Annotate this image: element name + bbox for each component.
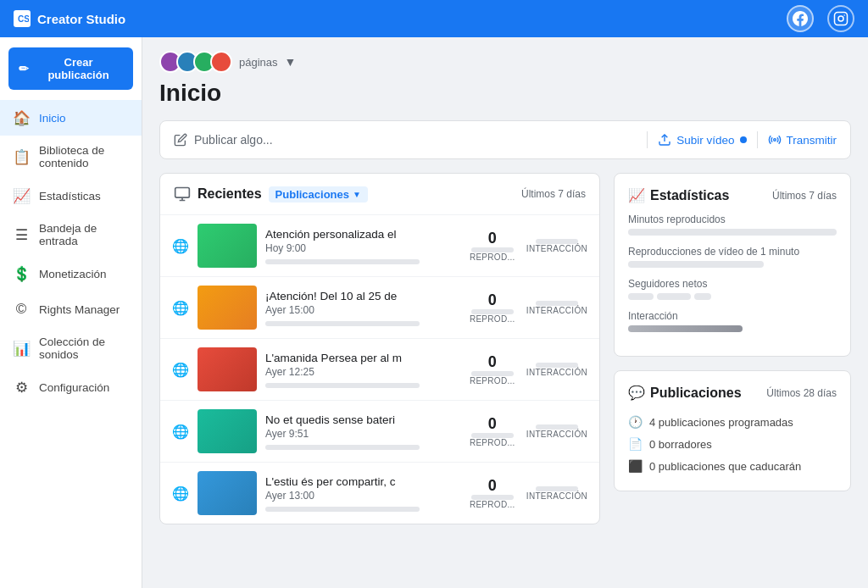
interaccion-label: INTERACCIÓN xyxy=(526,368,587,377)
post-stat-interaccion: INTERACCIÓN xyxy=(526,363,587,377)
sidebar: ✏ Crear publicación 🏠 Inicio 📋 Bibliotec… xyxy=(0,37,142,588)
layout: ✏ Crear publicación 🏠 Inicio 📋 Bibliotec… xyxy=(0,37,868,588)
globe-icon: 🌐 xyxy=(172,362,189,378)
post-bar xyxy=(265,321,420,326)
post-title: L'amanida Persea per al m xyxy=(265,352,435,364)
transmit-btn[interactable]: Transmitir xyxy=(768,133,837,147)
divider2 xyxy=(757,131,758,148)
reprod-num: 0 xyxy=(488,230,497,247)
posts-panel: Recientes Publicaciones ▼ Últimos 7 días… xyxy=(159,173,600,524)
post-thumbnail xyxy=(198,409,257,453)
list-item: ⬛ 0 publicaciones que caducarán xyxy=(628,455,837,477)
sidebar-item-rights[interactable]: © Rights Manager xyxy=(0,291,142,327)
sidebar-item-bandeja[interactable]: ☰ Bandeja de entrada xyxy=(0,214,142,256)
sidebar-item-monetizacion[interactable]: 💲 Monetización xyxy=(0,256,142,291)
content-grid: Recientes Publicaciones ▼ Últimos 7 días… xyxy=(159,173,851,524)
top-nav-right xyxy=(787,5,854,32)
post-thumbnail xyxy=(198,347,257,391)
sidebar-label-biblioteca: Biblioteca de contenido xyxy=(39,144,130,169)
chevron-down-icon: ▼ xyxy=(353,190,361,199)
post-stat-reprod: 0 REPROD... xyxy=(467,477,518,509)
upload-icon xyxy=(658,133,671,147)
publish-bar: Publicar algo... Subir vídeo xyxy=(159,120,851,159)
upload-video-btn[interactable]: Subir vídeo xyxy=(658,133,746,147)
upload-label: Subir vídeo xyxy=(676,134,734,147)
globe-icon: 🌐 xyxy=(172,424,189,440)
sidebar-item-biblioteca[interactable]: 📋 Biblioteca de contenido xyxy=(0,136,142,178)
publish-placeholder[interactable]: Publicar algo... xyxy=(174,133,647,147)
table-row[interactable]: 🌐 L'amanida Persea per al m Ayer 12:25 0 xyxy=(160,339,599,401)
post-title: ¡Atención! Del 10 al 25 de xyxy=(265,290,435,302)
interaccion-label: INTERACCIÓN xyxy=(526,491,587,501)
interaccion-label: INTERACCIÓN xyxy=(526,244,587,253)
post-stat-interaccion: INTERACCIÓN xyxy=(526,486,587,501)
facebook-nav-btn[interactable] xyxy=(787,5,814,32)
transmit-icon xyxy=(768,133,782,147)
post-stat-interaccion: INTERACCIÓN xyxy=(526,301,587,315)
post-info: No et quedis sense bateri Ayer 9:51 xyxy=(265,413,459,450)
pages-label: páginas xyxy=(239,56,278,69)
post-time: Hoy 9:00 xyxy=(265,242,459,254)
sidebar-item-coleccion[interactable]: 📊 Colección de sonidos xyxy=(0,327,142,369)
table-row[interactable]: 🌐 L'estiu és per compartir, c Ayer 13:00… xyxy=(160,463,599,524)
edit-placeholder-icon xyxy=(174,133,187,147)
pages-selector[interactable]: páginas ▼ xyxy=(159,51,851,73)
post-time: Ayer 12:25 xyxy=(265,366,459,378)
reprod-label: REPROD... xyxy=(470,252,515,262)
post-stat-reprod: 0 REPROD... xyxy=(467,415,518,447)
pubs-card-header: 💬 Publicaciones Últimos 28 días xyxy=(628,385,837,401)
draft-icon: 📄 xyxy=(628,437,643,451)
table-row[interactable]: 🌐 Atención personalizada el Hoy 9:00 0 xyxy=(160,215,599,277)
transmit-label: Transmitir xyxy=(787,134,837,147)
interaccion-label: INTERACCIÓN xyxy=(526,306,587,315)
publicaciones-badge[interactable]: Publicaciones ▼ xyxy=(269,186,368,202)
post-stat-reprod: 0 REPROD... xyxy=(467,353,518,386)
top-nav-left: CS Creator Studio xyxy=(14,10,125,27)
sidebar-item-inicio[interactable]: 🏠 Inicio xyxy=(0,100,142,136)
app-title: Creator Studio xyxy=(37,12,125,26)
pubs-item-text: 4 publicaciones programadas xyxy=(649,416,793,429)
svg-rect-7 xyxy=(175,188,190,198)
table-row[interactable]: 🌐 No et quedis sense bateri Ayer 9:51 0 xyxy=(160,401,599,463)
reprod-label: REPROD... xyxy=(470,314,515,324)
divider xyxy=(647,131,648,148)
post-bar xyxy=(265,445,420,450)
right-panel: 📈 Estadísticas Últimos 7 días Minutos re… xyxy=(614,173,851,524)
stat-bar xyxy=(628,325,743,332)
expire-icon: ⬛ xyxy=(628,459,643,473)
interaccion-label: INTERACCIÓN xyxy=(526,430,587,439)
sidebar-item-configuracion[interactable]: ⚙ Configuración xyxy=(0,369,142,405)
pubs-title: 💬 Publicaciones xyxy=(628,385,742,401)
post-thumbnail xyxy=(198,471,257,515)
instagram-nav-btn[interactable] xyxy=(827,5,854,32)
stat-row-interaccion: Interacción xyxy=(628,310,837,332)
stats-icon: 📈 xyxy=(12,186,31,205)
svg-rect-2 xyxy=(835,13,848,25)
sounds-icon: 📊 xyxy=(12,339,31,358)
create-publication-button[interactable]: ✏ Crear publicación xyxy=(8,47,133,90)
svg-point-3 xyxy=(838,16,843,21)
pubs-card: 💬 Publicaciones Últimos 28 días 🕐 4 publ… xyxy=(614,370,851,491)
post-thumbnail xyxy=(198,224,257,268)
globe-icon: 🌐 xyxy=(172,238,189,254)
post-thumbnail xyxy=(198,286,257,330)
stats-title: 📈 Estadísticas xyxy=(628,187,729,203)
stats-card: 📈 Estadísticas Últimos 7 días Minutos re… xyxy=(614,173,851,357)
table-row[interactable]: 🌐 ¡Atención! Del 10 al 25 de Ayer 15:00 … xyxy=(160,277,599,339)
sidebar-label-estadisticas: Estadísticas xyxy=(39,190,101,202)
post-time: Ayer 13:00 xyxy=(265,490,459,502)
page-title: Inicio xyxy=(159,80,851,107)
pages-dropdown-btn[interactable]: ▼ xyxy=(285,55,297,69)
settings-icon: ⚙ xyxy=(12,378,31,397)
post-info: L'estiu és per compartir, c Ayer 13:00 xyxy=(265,475,459,512)
main-content: páginas ▼ Inicio Publicar algo... xyxy=(142,37,868,588)
reprod-num: 0 xyxy=(488,415,497,433)
stat-bar xyxy=(628,229,837,236)
last-days-label: Últimos 7 días xyxy=(521,188,586,200)
pubs-item-text: 0 publicaciones que caducarán xyxy=(649,460,801,473)
post-title: No et quedis sense bateri xyxy=(265,413,435,426)
svg-text:CS: CS xyxy=(18,14,29,24)
inbox-icon: ☰ xyxy=(12,225,31,244)
sidebar-item-estadisticas[interactable]: 📈 Estadísticas xyxy=(0,178,142,214)
publish-text: Publicar algo... xyxy=(194,133,273,147)
